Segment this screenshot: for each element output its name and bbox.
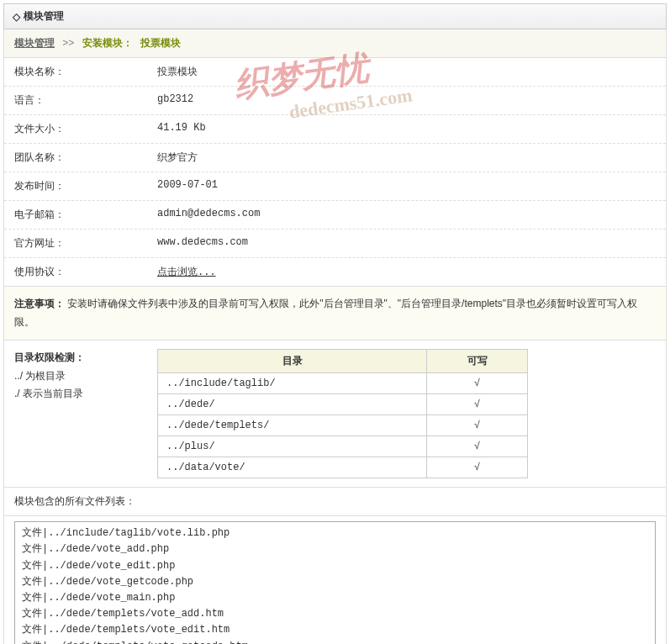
writable-cell: √ <box>427 436 528 457</box>
size-label: 文件大小： <box>14 122 157 136</box>
url-value: www.dedecms.com <box>157 236 248 251</box>
dir-cell: ../include/taglib/ <box>158 373 427 394</box>
module-info: 模块名称：投票模块 语言：gb2312 文件大小：41.19 Kb 团队名称：织… <box>3 58 667 287</box>
permission-table: 目录 可写 ../include/taglib/√../dede/√../ded… <box>157 349 528 478</box>
list-item: 文件|../dede/templets/vote_edit.htm <box>22 622 648 638</box>
list-item: 文件|../include/taglib/vote.lib.php <box>22 525 648 541</box>
dir-cell: ../dede/templets/ <box>158 415 427 436</box>
writable-cell: √ <box>427 373 528 394</box>
date-value: 2009-07-01 <box>157 179 218 193</box>
writable-cell: √ <box>427 415 528 436</box>
table-row: ../include/taglib/√ <box>158 373 528 394</box>
table-row: ../dede/templets/√ <box>158 415 528 436</box>
col-write: 可写 <box>427 350 528 373</box>
dir-cell: ../data/vote/ <box>158 457 427 478</box>
permission-section: 目录权限检测： ../ 为根目录 ./ 表示当前目录 目录 可写 ../incl… <box>3 340 667 488</box>
perm-title: 目录权限检测： <box>14 349 140 367</box>
dir-cell: ../plus/ <box>158 436 427 457</box>
breadcrumb-module: 投票模块 <box>140 37 181 49</box>
breadcrumb-arrow: >> <box>62 37 74 49</box>
notice-box: 注意事项： 安装时请确保文件列表中涉及的目录前可写入权限，此外"后台管理目录"、… <box>3 287 667 340</box>
url-label: 官方网址： <box>14 236 157 251</box>
lang-label: 语言： <box>14 93 157 108</box>
team-value: 织梦官方 <box>157 150 198 165</box>
page-title-bar: ◇ 模块管理 <box>3 3 667 29</box>
notice-label: 注意事项： <box>14 298 65 309</box>
notice-text: 安装时请确保文件列表中涉及的目录前可写入权限，此外"后台管理目录"、"后台管理目… <box>14 298 637 328</box>
list-item: 文件|../dede/vote_getcode.php <box>22 574 648 590</box>
table-row: ../plus/√ <box>158 436 528 457</box>
filelist-header: 模块包含的所有文件列表： <box>3 488 667 516</box>
date-label: 发布时间： <box>14 179 157 193</box>
list-item: 文件|../dede/vote_main.php <box>22 590 648 606</box>
list-item: 文件|../dede/templets/vote_getcode.htm <box>22 639 648 645</box>
page-title: 模块管理 <box>24 9 64 24</box>
writable-cell: √ <box>427 457 528 478</box>
agree-link[interactable]: 点击浏览... <box>157 265 216 279</box>
name-value: 投票模块 <box>157 65 198 79</box>
diamond-icon: ◇ <box>13 11 20 23</box>
team-label: 团队名称： <box>14 150 157 165</box>
size-value: 41.19 Kb <box>157 122 206 136</box>
list-item: 文件|../dede/vote_edit.php <box>22 558 648 574</box>
list-item: 文件|../dede/vote_add.php <box>22 541 648 557</box>
name-label: 模块名称： <box>14 65 157 79</box>
list-item: 文件|../dede/templets/vote_add.htm <box>22 606 648 622</box>
perm-note1: ../ 为根目录 <box>14 367 140 386</box>
email-value: admin@dedecms.com <box>157 208 260 222</box>
agree-label: 使用协议： <box>14 265 157 279</box>
perm-note2: ./ 表示当前目录 <box>14 385 140 404</box>
file-list[interactable]: 文件|../include/taglib/vote.lib.php文件|../d… <box>14 521 656 644</box>
table-row: ../dede/√ <box>158 394 528 415</box>
breadcrumb: 模块管理 >> 安装模块： 投票模块 <box>3 29 667 58</box>
lang-value: gb2312 <box>157 93 193 108</box>
breadcrumb-root[interactable]: 模块管理 <box>14 37 55 49</box>
dir-cell: ../dede/ <box>158 394 427 415</box>
table-row: ../data/vote/√ <box>158 457 528 478</box>
email-label: 电子邮箱： <box>14 208 157 222</box>
col-dir: 目录 <box>158 350 427 373</box>
breadcrumb-action: 安装模块： <box>82 37 133 49</box>
writable-cell: √ <box>427 394 528 415</box>
